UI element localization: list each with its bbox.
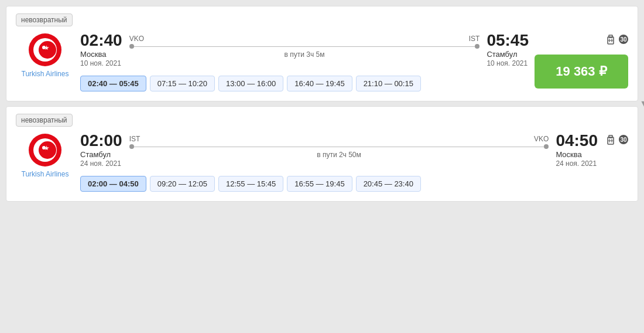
time-option-1[interactable]: 07:15 — 10:20: [150, 76, 215, 91]
time-option-4[interactable]: 20:45 — 23:40: [356, 176, 421, 192]
baggage-weight-badge: 30: [619, 35, 628, 44]
departure-code: VKO: [129, 35, 144, 43]
departure-code: IST: [129, 135, 141, 143]
departure-date: 10 ноя. 2021: [80, 59, 122, 67]
flights-container: невозвратный Turkish Airlines 02:40 Моск…: [6, 6, 638, 202]
baggage-weight-badge: 30: [619, 135, 628, 144]
time-option-0[interactable]: 02:40 — 05:45: [80, 76, 146, 91]
flight-right-area: 30: [604, 132, 628, 151]
svg-point-2: [39, 41, 56, 59]
time-option-0[interactable]: 02:00 — 04:50: [80, 176, 146, 192]
flight-left: Turkish Airlines 02:00 Стамбул 24 ноя. 2…: [16, 132, 604, 192]
flight-main-row: Turkish Airlines 02:00 Стамбул 24 ноя. 2…: [16, 132, 628, 192]
route-dot-left: [129, 144, 134, 149]
time-option-2[interactable]: 12:55 — 15:45: [218, 176, 283, 192]
route-dot-right: [544, 144, 549, 149]
departure-city: Стамбул: [80, 150, 122, 159]
arrival-code: VKO: [534, 135, 549, 143]
flight-details: 02:40 Москва 10 ноя. 2021 VKO IST в пути…: [74, 32, 535, 91]
flight-duration: в пути 2ч 50м: [317, 151, 361, 159]
flight-times-row: 02:00 Стамбул 24 ноя. 2021 IST VKO в пут…: [80, 132, 598, 168]
arrival-city: Москва: [556, 150, 598, 159]
time-option-3[interactable]: 16:55 — 19:45: [287, 176, 352, 192]
departure-block: 02:00 Стамбул 24 ноя. 2021: [80, 132, 122, 168]
arrival-date: 24 ноя. 2021: [556, 159, 598, 168]
airline-name: Turkish Airlines: [22, 70, 69, 78]
flight-times-row: 02:40 Москва 10 ноя. 2021 VKO IST в пути…: [80, 32, 529, 67]
departure-block: 02:40 Москва 10 ноя. 2021: [80, 32, 122, 67]
time-option-3[interactable]: 16:40 — 19:45: [287, 76, 352, 91]
flight-card-0: невозвратный Turkish Airlines 02:40 Моск…: [6, 6, 638, 101]
time-option-4[interactable]: 21:10 — 00:15: [356, 76, 421, 91]
flight-left: Turkish Airlines 02:40 Москва 10 ноя. 20…: [16, 32, 535, 91]
route-codes-row: VKO IST: [129, 35, 480, 43]
baggage-icon-container: 30: [604, 32, 628, 46]
airline-logo-icon: [28, 132, 63, 168]
departure-date: 24 ноя. 2021: [80, 159, 122, 168]
arrival-time: 05:45: [487, 32, 529, 49]
flight-main-row: Turkish Airlines 02:40 Москва 10 ноя. 20…: [16, 32, 628, 91]
arrival-block: 04:50 Москва 24 ноя. 2021: [556, 132, 598, 168]
route-line-container: [129, 44, 480, 49]
flight-options-row: 02:00 — 04:5009:20 — 12:0512:55 — 15:451…: [80, 176, 598, 192]
price-button[interactable]: 19 363 ₽: [535, 55, 628, 89]
arrival-time: 04:50: [556, 132, 598, 149]
flight-options-row: 02:40 — 05:4507:15 — 10:2013:00 — 16:001…: [80, 76, 529, 91]
arrival-code: IST: [469, 35, 480, 43]
time-option-1[interactable]: 09:20 — 12:05: [150, 176, 215, 192]
svg-point-4: [42, 46, 46, 49]
airline-logo-area: Turkish Airlines: [16, 132, 74, 178]
route-middle: VKO IST в пути 3ч 5м: [122, 32, 487, 59]
flight-details: 02:00 Стамбул 24 ноя. 2021 IST VKO в пут…: [74, 132, 604, 192]
svg-rect-6: [609, 35, 612, 38]
route-line: [134, 147, 544, 147]
scroll-indicator: ▼: [639, 98, 644, 109]
arrival-date: 10 ноя. 2021: [487, 59, 529, 67]
baggage-icon-container: 30: [604, 132, 628, 147]
flight-right-area: 30 19 363 ₽: [535, 32, 628, 89]
arrival-block: 05:45 Стамбул 10 ноя. 2021: [487, 32, 529, 67]
route-line-container: [129, 144, 549, 149]
arrival-city: Стамбул: [487, 50, 529, 59]
route-dot-left: [129, 44, 134, 49]
non-refundable-badge: невозвратный: [16, 114, 73, 127]
departure-time: 02:40: [80, 32, 122, 49]
airline-logo-area: Turkish Airlines: [16, 32, 74, 78]
non-refundable-badge: невозвратный: [16, 13, 73, 26]
flight-duration: в пути 3ч 5м: [285, 50, 325, 59]
luggage-icon: [604, 132, 618, 147]
route-line: [134, 46, 475, 47]
time-option-2[interactable]: 13:00 — 16:00: [218, 76, 283, 91]
route-codes-row: IST VKO: [129, 135, 549, 143]
route-dot-right: [475, 44, 479, 49]
airline-logo-icon: [28, 32, 63, 67]
svg-rect-16: [609, 135, 612, 138]
svg-point-12: [39, 141, 56, 159]
svg-point-14: [42, 146, 46, 149]
route-middle: IST VKO в пути 2ч 50м: [122, 132, 556, 159]
airline-name: Turkish Airlines: [22, 170, 69, 178]
departure-time: 02:00: [80, 132, 122, 149]
departure-city: Москва: [80, 50, 122, 59]
flight-card-1: невозвратный Turkish Airlines 02:00 Стам…: [6, 106, 638, 202]
luggage-icon: [604, 32, 618, 46]
